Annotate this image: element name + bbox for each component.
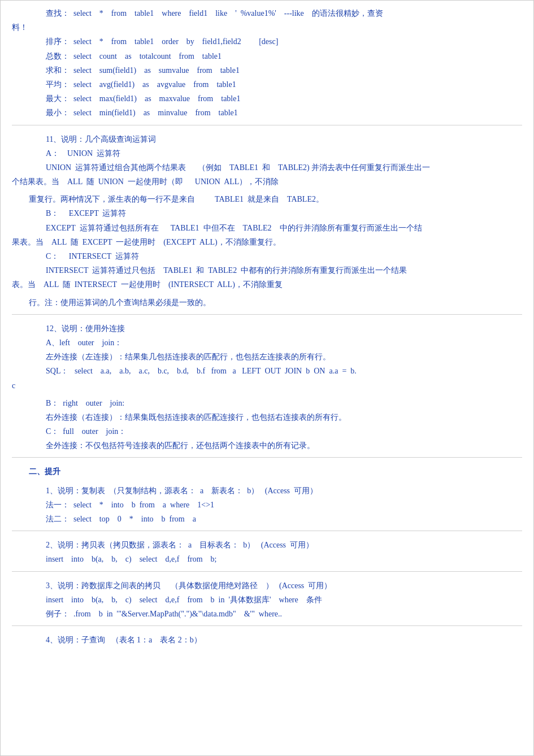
section11-b-desc1: EXCEPT 运算符通过包括所有在 TABLE1 中但不在 TABLE2 中的行…: [12, 221, 522, 235]
section11-title: 11、说明：几个高级查询运算词: [12, 132, 522, 146]
divider3: [12, 457, 522, 458]
line-min: 最小： select min(field1) as minvalue from …: [12, 106, 522, 120]
page-container: 查找： select * from table1 where field1 li…: [0, 0, 534, 756]
section12-b-desc: 右外连接（右连接）：结果集既包括连接表的匹配连接行，也包括右连接表的所有行。: [12, 410, 522, 424]
section12-a-label: A、left outer join：: [12, 336, 522, 350]
sec2-2-title: 2、说明：拷贝表（拷贝数据，源表名： a 目标表名： b） (Access 可用…: [12, 538, 522, 552]
section11-c-desc2: 行。注：使用运算词的几个查询结果必须是一致的。: [12, 296, 522, 310]
divider1: [12, 125, 522, 125]
line-sum: 求和： select sum(field1) as sumvalue from …: [12, 63, 522, 77]
sec2-3-sql2: 例子： .from b in '"&Server.MapPath(".")&"\…: [12, 607, 522, 621]
divider2: [12, 314, 522, 315]
section11-c-desc1b: 表。当 ALL 随 INTERSECT 一起使用时 (INTERSECT ALL…: [12, 277, 522, 292]
section-12: 12、说明：使用外连接 A、left outer join： 左外连接（左连接）…: [12, 317, 522, 453]
sec2-4-title: 4、说明：子查询 （表名 1：a 表名 2：b）: [12, 633, 522, 647]
section11-a-desc1b: 个结果表。当 ALL 随 UNION 一起使用时（即 UNION ALL），不消…: [12, 175, 522, 189]
section12-b-label: B： right outer join:: [12, 396, 522, 410]
line-sort: 排序： select * from table1 order by field1…: [12, 34, 522, 49]
section12-c-label: C： full outer join：: [12, 424, 522, 438]
section11-b-label: B： EXCEPT 运算符: [12, 206, 522, 220]
sec2-3-sql1: insert into b(a, b, c) select d,e,f from…: [12, 593, 522, 607]
divider5: [12, 571, 522, 572]
section11-b-desc1b: 果表。当 ALL 随 EXCEPT 一起使用时 (EXCEPT ALL)，不消除…: [12, 235, 522, 249]
section2-title: 二、提升: [12, 464, 522, 479]
query-examples-section: 查找： select * from table1 where field1 li…: [12, 6, 522, 120]
section12-a-desc: 左外连接（左连接）：结果集几包括连接表的匹配行，也包括左连接表的所有行。: [12, 350, 522, 364]
section-2: 二、提升 1、说明：复制表 （只复制结构，源表名： a 新表名： b） (Acc…: [12, 460, 522, 526]
section11-a-label: A： UNION 运算符: [12, 146, 522, 160]
divider6: [12, 625, 522, 626]
sec2-3-title: 3、说明：跨数据库之间表的拷贝 （具体数据使用绝对路径 ） (Access 可用…: [12, 579, 522, 593]
section12-a-sql: SQL： select a.a, a.b, a.c, b.c, b.d, b.f…: [12, 364, 522, 378]
line-search: 查找： select * from table1 where field1 li…: [12, 6, 522, 20]
sec2-1-title: 1、说明：复制表 （只复制结构，源表名： a 新表名： b） (Access 可…: [12, 484, 522, 498]
line-avg: 平均： select avg(field1) as avgvalue from …: [12, 77, 522, 92]
section12-a-sqlb: c: [12, 379, 522, 393]
section-2-4: 4、说明：子查询 （表名 1：a 表名 2：b）: [12, 628, 522, 647]
sec2-2-sql: insert into b(a, b, c) select d,e,f from…: [12, 552, 522, 566]
content-area: 查找： select * from table1 where field1 li…: [1, 1, 533, 663]
sec2-1-method2: 法二： select top 0 * into b from a: [12, 512, 522, 526]
section-2-2: 2、说明：拷贝表（拷贝数据，源表名： a 目标表名： b） (Access 可用…: [12, 533, 522, 566]
section11-a-desc2: 重复行。两种情况下，派生表的每一行不是来自 TABLE1 就是来自 TABLE2…: [12, 192, 522, 206]
section12-title: 12、说明：使用外连接: [12, 321, 522, 336]
sec2-1-method1: 法一： select * into b from a where 1<>1: [12, 498, 522, 512]
line-search-cont: 料！: [12, 20, 522, 34]
section11-a-desc1: UNION 运算符通过组合其他两个结果表 （例如 TABLE1 和 TABLE2…: [12, 160, 522, 175]
divider4: [12, 531, 522, 531]
section11-c-desc1: INTERSECT 运算符通过只包括 TABLE1 和 TABLE2 中都有的行…: [12, 263, 522, 277]
section-2-3: 3、说明：跨数据库之间表的拷贝 （具体数据使用绝对路径 ） (Access 可用…: [12, 574, 522, 622]
line-max: 最大： select max(field1) as maxvalue from …: [12, 92, 522, 106]
section12-c-desc: 全外连接：不仅包括符号连接表的匹配行，还包括两个连接表中的所有记录。: [12, 438, 522, 453]
line-count: 总数： select count as totalcount from tabl…: [12, 49, 522, 63]
section11-c-label: C： INTERSECT 运算符: [12, 249, 522, 263]
section-11: 11、说明：几个高级查询运算词 A： UNION 运算符 UNION 运算符通过…: [12, 128, 522, 310]
